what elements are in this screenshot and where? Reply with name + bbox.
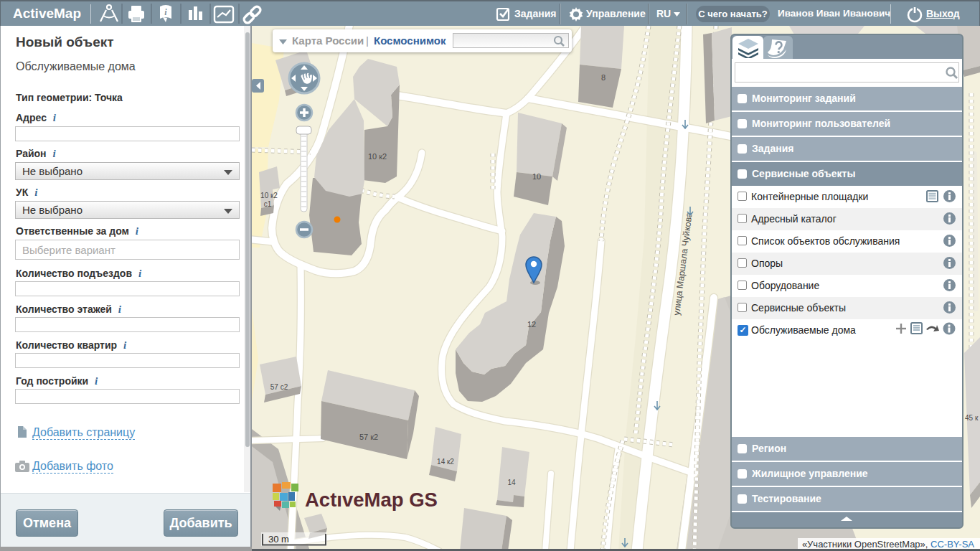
svg-text:ActıveMap GS: ActıveMap GS bbox=[305, 489, 438, 511]
svg-text:14: 14 bbox=[507, 479, 516, 486]
svg-text:12: 12 bbox=[527, 320, 536, 329]
svg-text:10: 10 bbox=[532, 172, 541, 181]
svg-text:10 к2: 10 к2 bbox=[368, 152, 387, 161]
svg-text:57 к2: 57 к2 bbox=[359, 433, 378, 441]
svg-text:8: 8 bbox=[601, 73, 606, 82]
svg-text:45 к: 45 к bbox=[965, 414, 979, 422]
svg-text:с1: с1 bbox=[264, 200, 272, 208]
svg-text:57 с2: 57 с2 bbox=[270, 383, 288, 391]
svg-text:14 к2: 14 к2 bbox=[437, 458, 454, 466]
svg-text:30 m: 30 m bbox=[268, 534, 289, 545]
svg-text:10 к2: 10 к2 bbox=[260, 192, 278, 199]
